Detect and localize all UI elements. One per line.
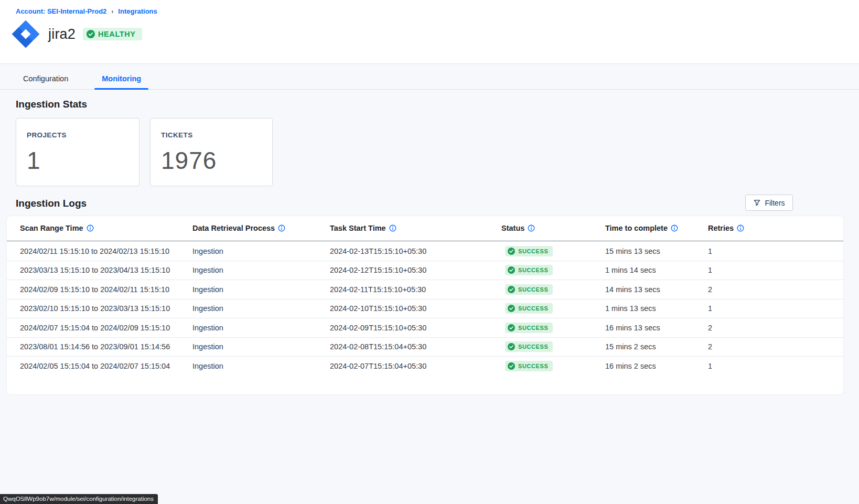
cell-time-to-complete: 14 mins 13 secs	[605, 285, 708, 294]
cell-status: SUCCESS	[501, 265, 605, 275]
cell-task-start-time: 2024-02-08T15:15:04+05:30	[330, 342, 501, 351]
status-badge-label: SUCCESS	[518, 325, 548, 331]
status-badge-label: SUCCESS	[518, 267, 548, 273]
check-circle-icon	[87, 30, 95, 38]
breadcrumb-integrations-link[interactable]: Integrations	[118, 7, 157, 15]
cell-data-retrieval-process: Ingestion	[192, 266, 330, 274]
info-icon[interactable]	[737, 224, 744, 232]
cell-scan-range-time: 2023/02/10 15:15:10 to 2023/03/13 15:15:…	[20, 304, 192, 313]
check-circle-icon	[508, 362, 515, 370]
status-badge-label: SUCCESS	[518, 344, 548, 350]
table-row[interactable]: 2024/02/07 15:15:04 to 2024/02/09 15:15:…	[7, 318, 843, 338]
column-label: Data Retrieval Process	[192, 224, 275, 232]
cell-retries: 1	[708, 362, 843, 370]
column-label: Retries	[708, 224, 734, 232]
breadcrumb: Account: SEI-Internal-Prod2 › Integratio…	[16, 7, 157, 15]
integration-title-row: jira2 HEALTHY	[10, 19, 142, 49]
tab-configuration[interactable]: Configuration	[16, 69, 76, 89]
cell-retries: 2	[708, 285, 843, 294]
table-header-row: Scan Range Time Data Retrieval Process T…	[7, 216, 843, 242]
column-header-scan-range: Scan Range Time	[20, 224, 192, 232]
column-label: Time to complete	[605, 224, 668, 232]
info-icon[interactable]	[389, 224, 396, 232]
cell-retries: 2	[708, 324, 843, 332]
filters-button[interactable]: Filters	[745, 195, 793, 211]
health-status-badge: HEALTHY	[83, 28, 142, 40]
filter-funnel-icon	[753, 199, 761, 207]
table-row[interactable]: 2023/03/13 15:15:10 to 2023/04/13 15:15:…	[7, 261, 843, 281]
tab-monitoring[interactable]: Monitoring	[94, 69, 148, 89]
cell-scan-range-time: 2024/02/11 15:15:10 to 2024/02/13 15:15:…	[20, 247, 192, 255]
status-badge-label: SUCCESS	[518, 248, 548, 254]
stat-label-tickets: TICKETS	[161, 131, 262, 139]
status-badge-label: SUCCESS	[518, 363, 548, 369]
cell-status: SUCCESS	[501, 303, 605, 314]
cell-task-start-time: 2024-02-12T15:15:10+05:30	[330, 266, 501, 274]
info-icon[interactable]	[528, 224, 535, 232]
cell-data-retrieval-process: Ingestion	[192, 304, 330, 313]
cell-status: SUCCESS	[501, 323, 605, 333]
check-circle-icon	[508, 324, 515, 331]
info-icon[interactable]	[278, 224, 285, 232]
cell-time-to-complete: 1 mins 13 secs	[605, 304, 708, 313]
link-preview-status-bar: QwqOSllWp9ob7w/module/sei/configuration/…	[0, 494, 158, 504]
cell-data-retrieval-process: Ingestion	[192, 362, 330, 370]
table-row[interactable]: 2024/02/09 15:15:10 to 2024/02/11 15:15:…	[7, 280, 843, 299]
cell-status: SUCCESS	[501, 284, 605, 295]
check-circle-icon	[508, 248, 515, 255]
status-badge: SUCCESS	[505, 303, 553, 314]
cell-retries: 2	[708, 342, 843, 351]
health-badge-label: HEALTHY	[98, 30, 136, 38]
status-badge: SUCCESS	[505, 246, 553, 256]
cell-scan-range-time: 2024/02/05 15:15:04 to 2024/02/07 15:15:…	[20, 362, 192, 370]
table-row[interactable]: 2023/08/01 15:14:56 to 2023/09/01 15:14:…	[7, 338, 843, 357]
status-badge: SUCCESS	[505, 361, 553, 371]
column-header-time-to-complete: Time to complete	[605, 224, 708, 232]
cell-time-to-complete: 16 mins 2 secs	[605, 362, 708, 370]
column-label: Status	[501, 224, 524, 232]
column-header-status: Status	[501, 224, 605, 232]
status-badge: SUCCESS	[505, 341, 553, 352]
breadcrumb-account-link[interactable]: Account: SEI-Internal-Prod2	[16, 7, 106, 15]
table-row[interactable]: 2024/02/11 15:15:10 to 2024/02/13 15:15:…	[7, 242, 843, 261]
cell-time-to-complete: 1 mins 14 secs	[605, 266, 708, 274]
column-label: Task Start Time	[330, 224, 386, 232]
check-circle-icon	[508, 286, 515, 293]
stat-value-tickets: 1976	[161, 146, 262, 175]
status-badge: SUCCESS	[505, 284, 553, 295]
cell-scan-range-time: 2024/02/07 15:15:04 to 2024/02/09 15:15:…	[20, 324, 192, 332]
filters-button-label: Filters	[765, 199, 785, 207]
cell-data-retrieval-process: Ingestion	[192, 285, 330, 294]
cell-retries: 1	[708, 266, 843, 274]
stat-card-tickets: TICKETS 1976	[150, 118, 273, 186]
stat-card-projects: PROJECTS 1	[16, 118, 139, 186]
ingestion-logs-table: Scan Range Time Data Retrieval Process T…	[7, 216, 843, 394]
ingestion-logs-title: Ingestion Logs	[16, 198, 87, 209]
cell-task-start-time: 2024-02-11T15:15:10+05:30	[330, 285, 501, 294]
tabs-bar: Configuration Monitoring	[0, 69, 859, 90]
info-icon[interactable]	[87, 224, 94, 232]
cell-task-start-time: 2024-02-07T15:15:04+05:30	[330, 362, 501, 370]
column-header-task-start: Task Start Time	[330, 224, 501, 232]
cell-scan-range-time: 2023/03/13 15:15:10 to 2023/04/13 15:15:…	[20, 266, 192, 274]
cell-task-start-time: 2024-02-10T15:15:10+05:30	[330, 304, 501, 313]
ingestion-stats-title: Ingestion Stats	[16, 99, 87, 110]
column-header-retries: Retries	[708, 224, 843, 232]
check-circle-icon	[508, 266, 515, 274]
cell-time-to-complete: 15 mins 2 secs	[605, 342, 708, 351]
cell-retries: 1	[708, 304, 843, 313]
info-icon[interactable]	[671, 224, 678, 232]
breadcrumb-chevron-icon: ›	[111, 8, 113, 15]
status-badge-label: SUCCESS	[518, 286, 548, 293]
column-label: Scan Range Time	[20, 224, 83, 232]
cell-scan-range-time: 2023/08/01 15:14:56 to 2023/09/01 15:14:…	[20, 342, 192, 351]
check-circle-icon	[508, 305, 515, 312]
page-title: jira2	[48, 26, 76, 42]
table-row[interactable]: 2023/02/10 15:15:10 to 2023/03/13 15:15:…	[7, 299, 843, 319]
cell-scan-range-time: 2024/02/09 15:15:10 to 2024/02/11 15:15:…	[20, 285, 192, 294]
table-row[interactable]: 2024/02/05 15:15:04 to 2024/02/07 15:15:…	[7, 357, 843, 376]
cell-time-to-complete: 15 mins 13 secs	[605, 247, 708, 255]
check-circle-icon	[508, 343, 515, 350]
status-badge-label: SUCCESS	[518, 305, 548, 312]
jira-logo-icon	[10, 19, 41, 49]
